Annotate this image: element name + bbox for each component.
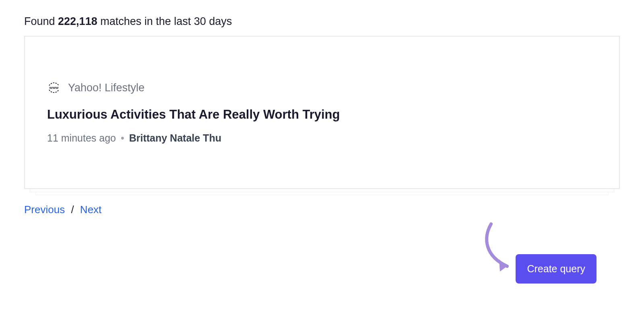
article-title: Luxurious Activities That Are Really Wor… bbox=[47, 107, 597, 122]
result-card[interactable]: WWW Yahoo! Lifestyle Luxurious Activitie… bbox=[24, 36, 620, 189]
summary-count: 222,118 bbox=[58, 15, 97, 27]
result-card-stack: WWW Yahoo! Lifestyle Luxurious Activitie… bbox=[24, 36, 620, 189]
pagination-separator: / bbox=[71, 204, 74, 216]
source-row: WWW Yahoo! Lifestyle bbox=[47, 81, 597, 95]
cta-container: Create query bbox=[24, 216, 620, 304]
summary-suffix: matches in the last 30 days bbox=[97, 15, 232, 27]
next-link[interactable]: Next bbox=[80, 204, 101, 216]
pagination: Previous / Next bbox=[24, 204, 620, 216]
time-ago: 11 minutes ago bbox=[47, 132, 116, 144]
create-query-button[interactable]: Create query bbox=[516, 254, 597, 284]
source-name: Yahoo! Lifestyle bbox=[68, 82, 144, 94]
article-author: Brittany Natale Thu bbox=[129, 132, 221, 144]
meta-separator-dot: • bbox=[121, 132, 124, 144]
svg-text:WWW: WWW bbox=[50, 86, 59, 90]
summary-prefix: Found bbox=[24, 15, 58, 27]
results-summary: Found 222,118 matches in the last 30 day… bbox=[24, 15, 620, 28]
www-icon: WWW bbox=[47, 81, 61, 95]
previous-link[interactable]: Previous bbox=[24, 204, 65, 216]
article-meta: 11 minutes ago • Brittany Natale Thu bbox=[47, 132, 597, 144]
